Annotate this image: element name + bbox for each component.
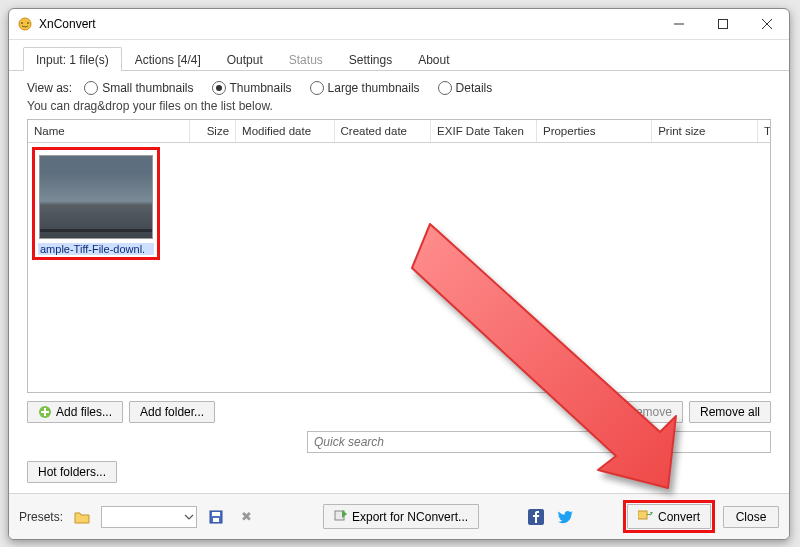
col-printsize[interactable]: Print size (652, 120, 758, 142)
svg-rect-11 (212, 512, 220, 516)
file-thumbnail[interactable]: ample-Tiff-File-downl. (32, 147, 160, 260)
svg-rect-4 (719, 20, 728, 29)
export-icon (334, 508, 348, 525)
convert-highlight: Convert (623, 500, 715, 533)
search-input[interactable] (312, 434, 766, 450)
radio-thumbnails[interactable]: Thumbnails (206, 81, 298, 95)
hot-folders-button[interactable]: Hot folders... (27, 461, 117, 483)
window-title: XnConvert (39, 17, 96, 31)
folder-icon[interactable] (71, 506, 93, 528)
radio-details[interactable]: Details (432, 81, 499, 95)
tab-settings[interactable]: Settings (336, 47, 405, 71)
preset-select[interactable] (101, 506, 197, 528)
convert-icon (638, 508, 654, 525)
svg-point-2 (27, 22, 29, 24)
delete-preset-icon[interactable]: ✖ (235, 506, 257, 528)
col-type[interactable]: Type (758, 120, 770, 142)
remove-all-button[interactable]: Remove all (689, 401, 771, 423)
plus-icon (38, 405, 52, 419)
file-actions-row: Add files... Add folder... — Remove Remo… (27, 401, 771, 423)
col-exif[interactable]: EXIF Date Taken (431, 120, 537, 142)
thumbnail-image (39, 155, 153, 239)
col-properties[interactable]: Properties (537, 120, 652, 142)
convert-button[interactable]: Convert (627, 504, 711, 529)
close-window-button[interactable] (745, 9, 789, 39)
col-modified[interactable]: Modified date (236, 120, 334, 142)
export-nconvert-button[interactable]: Export for NConvert... (323, 504, 479, 529)
tab-body: View as: Small thumbnails Thumbnails Lar… (9, 71, 789, 493)
dragdrop-hint: You can drag&drop your files on the list… (27, 99, 771, 113)
app-window: XnConvert Input: 1 file(s) Actions [4/4]… (8, 8, 790, 540)
tab-input[interactable]: Input: 1 file(s) (23, 47, 122, 71)
quick-search[interactable] (307, 431, 771, 453)
grid-header: Name Size Modified date Created date EXI… (28, 120, 770, 143)
col-created[interactable]: Created date (335, 120, 432, 142)
remove-button[interactable]: — Remove (600, 401, 683, 423)
svg-point-0 (19, 18, 31, 30)
add-files-button[interactable]: Add files... (27, 401, 123, 423)
col-size[interactable]: Size (190, 120, 236, 142)
twitter-icon[interactable] (555, 506, 577, 528)
minimize-button[interactable] (657, 9, 701, 39)
footer: Presets: ✖ Export for NConvert... (9, 493, 789, 539)
presets-label: Presets: (19, 510, 63, 524)
close-button[interactable]: Close (723, 506, 779, 528)
svg-point-1 (21, 22, 23, 24)
tab-status[interactable]: Status (276, 47, 336, 71)
radio-large-thumbnails[interactable]: Large thumbnails (304, 81, 426, 95)
tab-bar: Input: 1 file(s) Actions [4/4] Output St… (9, 40, 789, 71)
view-as-row: View as: Small thumbnails Thumbnails Lar… (27, 81, 771, 95)
chevron-down-icon (184, 512, 194, 522)
thumbnail-label: ample-Tiff-File-downl. (38, 243, 154, 255)
svg-rect-15 (638, 511, 647, 519)
title-bar: XnConvert (9, 9, 789, 40)
svg-rect-12 (213, 518, 219, 522)
add-folder-button[interactable]: Add folder... (129, 401, 215, 423)
tab-actions[interactable]: Actions [4/4] (122, 47, 214, 71)
file-grid: Name Size Modified date Created date EXI… (27, 119, 771, 393)
col-name[interactable]: Name (28, 120, 190, 142)
tab-output[interactable]: Output (214, 47, 276, 71)
grid-body[interactable]: ample-Tiff-File-downl. (28, 143, 770, 392)
maximize-button[interactable] (701, 9, 745, 39)
minus-icon: — (611, 405, 623, 419)
tab-about[interactable]: About (405, 47, 462, 71)
save-preset-icon[interactable] (205, 506, 227, 528)
view-as-label: View as: (27, 81, 72, 95)
facebook-icon[interactable] (525, 506, 547, 528)
radio-small-thumbnails[interactable]: Small thumbnails (78, 81, 199, 95)
app-icon (17, 16, 33, 32)
